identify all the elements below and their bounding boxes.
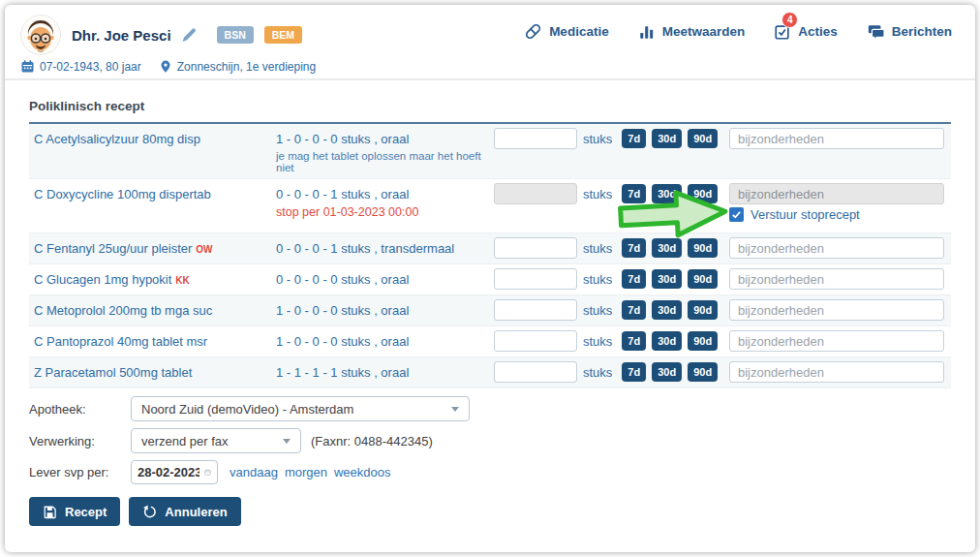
days-30-button[interactable]: 30d [652,238,682,258]
prescription-row: C Pantoprazol 40mg tablet msr 1 - 0 - 0 … [29,326,951,357]
prescription-row: C Acetylsalicylzuur 80mg disp 1 - 0 - 0 … [29,124,951,179]
dose-info: 0 - 0 - 0 - 1 stuks , transdermaal [276,237,494,256]
undo-icon [142,505,157,519]
days-30-button[interactable]: 30d [652,362,682,382]
days-7-button[interactable]: 7d [622,129,646,148]
dose-text: 1 - 1 - 1 - 1 stuks , oraal [276,365,494,380]
verstuur-stoprecept-label: Verstuur stoprecept [750,207,860,222]
prescription-row: C Metoprolol 200mg tb mga suc 1 - 0 - 0 … [29,295,951,326]
stuks-label: stuks [583,334,612,349]
verwerking-label: Verwerking: [29,434,131,449]
days-90-button[interactable]: 90d [688,129,718,148]
quantity-input[interactable] [494,299,577,321]
verwerking-select[interactable]: verzend per fax [131,428,301,453]
recept-save-button[interactable]: Recept [29,497,120,526]
patient-avatar [20,15,61,55]
bijzonderheden-input[interactable] [729,128,944,149]
drug-name[interactable]: C Glucagen 1mg hypokitKK [34,268,276,287]
days-30-button[interactable]: 30d [652,300,682,320]
days-7-button[interactable]: 7d [622,300,646,320]
patient-header: Dhr. Joe Pesci BSN BEM 07-02-1943, 80 ja… [5,5,975,80]
patient-location: Zonneschijn, 1e verdieping [177,60,316,74]
quantity-input-disabled [494,183,577,204]
days-30-button[interactable]: 30d [652,129,682,148]
quantity-input[interactable] [494,237,577,259]
quantity-input[interactable] [494,128,577,149]
bijzonderheden-input[interactable] [729,330,944,352]
chevron-down-icon [451,407,459,412]
drug-name[interactable]: C Metoprolol 200mg tb mga suc [34,299,276,318]
bijzonderheden-input[interactable] [729,237,944,259]
bijzonderheden-input[interactable] [729,268,944,290]
days-30-button[interactable]: 30d [652,331,682,351]
apotheek-selected-value: Noord Zuid (demoVideo) - Amsterdam [141,402,353,417]
stuks-label: stuks [583,132,612,146]
quantity-input[interactable] [494,361,577,383]
drug-name[interactable]: C Doxycycline 100mg dispertab [34,183,276,201]
bem-badge[interactable]: BEM [264,26,302,44]
bsn-badge[interactable]: BSN [217,26,254,44]
nav-medicatie[interactable]: Medicatie [524,22,609,41]
days-90-button[interactable]: 90d [688,269,718,289]
stuks-label: stuks [583,303,612,318]
location-pin-icon [159,59,172,74]
lever-label: Lever svp per: [29,465,131,480]
apotheek-select[interactable]: Noord Zuid (demoVideo) - Amsterdam [131,396,470,421]
prescription-row: Z Paracetamol 500mg tablet 1 - 1 - 1 - 1… [29,357,951,388]
drug-name[interactable]: Z Paracetamol 500mg tablet [34,361,276,380]
prescription-row-stopped: C Doxycycline 100mg dispertab 0 - 0 - 0 … [29,179,951,233]
drug-name[interactable]: C Pantoprazol 40mg tablet msr [34,330,276,349]
days-7-button[interactable]: 7d [622,331,646,351]
app-window: Dhr. Joe Pesci BSN BEM 07-02-1943, 80 ja… [5,5,975,552]
link-vandaag[interactable]: vandaag [230,465,278,480]
drug-marker: OW [196,244,212,255]
days-90-button[interactable]: 90d [688,331,718,351]
bijzonderheden-input[interactable] [729,361,944,383]
delivery-date-field[interactable] [131,460,218,484]
days-30-button[interactable]: 30d [652,184,682,203]
verstuur-stoprecept-checkbox[interactable] [729,207,744,222]
dose-text: 1 - 0 - 0 - 0 stuks , oraal [276,132,494,146]
days-7-button[interactable]: 7d [622,269,646,289]
dose-text: 0 - 0 - 0 - 0 stuks , oraal [276,272,494,287]
stuks-label: stuks [583,241,612,256]
apotheek-label: Apotheek: [29,402,131,417]
bijzonderheden-input-disabled [729,183,944,204]
pill-icon [524,22,542,41]
nav-meetwaarden[interactable]: Meetwaarden [638,22,746,41]
days-7-button[interactable]: 7d [622,238,646,258]
drug-marker: KK [175,275,189,286]
days-90-button[interactable]: 90d [688,238,718,258]
dose-note: je mag het tablet oplossen maar het hoef… [276,150,494,173]
dose-info: 1 - 0 - 0 - 0 stuks , oraal [276,330,494,349]
dose-info: 1 - 0 - 0 - 0 stuks , oraal [276,299,494,318]
drug-name[interactable]: C Acetylsalicylzuur 80mg disp [34,128,276,146]
days-30-button[interactable]: 30d [652,269,682,289]
bijzonderheden-input[interactable] [729,299,944,321]
days-7-button[interactable]: 7d [622,184,646,203]
calendar-icon [20,59,35,74]
nav-berichten[interactable]: Berichten [867,22,952,41]
acties-count-badge: 4 [781,12,798,28]
annuleren-button[interactable]: Annuleren [129,497,240,526]
prescription-row: C Fentanyl 25ug/uur pleisterOW 0 - 0 - 0… [29,233,951,264]
edit-patient-icon[interactable] [180,27,197,44]
days-90-button[interactable]: 90d [688,184,718,203]
quantity-input[interactable] [494,330,577,352]
quantity-input[interactable] [494,268,577,290]
stop-date-note: stop per 01-03-2023 00:00 [276,205,494,219]
days-7-button[interactable]: 7d [622,362,646,382]
stuks-label: stuks [583,187,612,201]
days-90-button[interactable]: 90d [688,362,718,382]
drug-name[interactable]: C Fentanyl 25ug/uur pleisterOW [34,237,276,256]
nav-acties[interactable]: 4 Acties [774,22,838,41]
dose-text: 0 - 0 - 0 - 1 stuks , transdermaal [276,241,494,256]
link-morgen[interactable]: morgen [285,465,327,480]
calendar-small-icon [204,466,211,479]
chevron-down-icon [283,439,291,444]
save-floppy-icon [43,505,57,519]
link-weekdoos[interactable]: weekdoos [334,465,391,480]
delivery-date-input[interactable] [138,465,199,480]
days-90-button[interactable]: 90d [688,300,718,320]
dose-text: 1 - 0 - 0 - 0 stuks , oraal [276,303,494,318]
